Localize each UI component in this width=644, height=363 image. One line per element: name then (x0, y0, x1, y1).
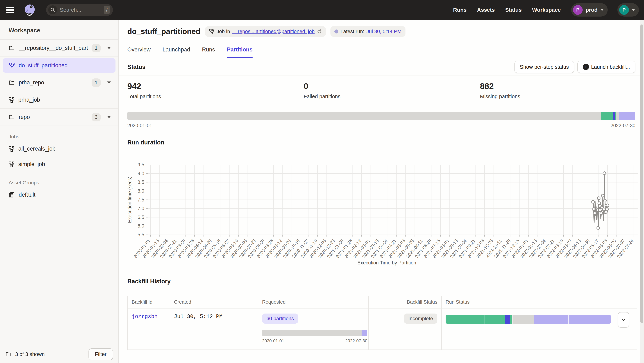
job-tag-prefix: Job in (216, 28, 230, 34)
chevron-down-icon[interactable] (107, 82, 111, 84)
svg-text:8.0: 8.0 (138, 188, 144, 194)
top-nav-assets[interactable]: Assets (477, 7, 495, 13)
chevron-down-icon[interactable] (107, 116, 111, 118)
table-header-row: Backfill IdCreatedRequestedBackfill Stat… (128, 296, 637, 308)
job-icon (9, 161, 14, 167)
page-scrollbar[interactable] (640, 20, 644, 363)
chevron-down-icon (621, 318, 626, 322)
column-header-run-status: Run Status (442, 296, 615, 308)
stat-label: Total partitions (127, 94, 286, 100)
backfill-history-table-wrap: Backfill IdCreatedRequestedBackfill Stat… (119, 289, 644, 350)
stat-value: 0 (304, 81, 462, 91)
sidebar-jobs-label: Jobs (0, 126, 118, 141)
folder-icon (9, 45, 15, 51)
sidebar-item-prha-job[interactable]: prha_job (0, 92, 118, 109)
sidebar-item-label: all_cereals_job (18, 146, 56, 152)
top-nav-runs[interactable]: Runs (453, 7, 467, 13)
bar-segment (616, 112, 619, 120)
latest-run-label: Latest run: (340, 28, 364, 34)
sidebar-item-repo[interactable]: repo3 (0, 109, 118, 126)
user-menu[interactable]: P (618, 3, 639, 16)
job-icon (9, 97, 14, 103)
tab-bar: OverviewLaunchpadRunsPartitions (127, 46, 635, 58)
sidebar-title: Workspace (0, 20, 118, 39)
sidebar-item--repository-do-stuff-partitio-[interactable]: __repository__do_stuff_partitio...1 (0, 40, 118, 57)
search-icon (48, 6, 57, 14)
partition-status-bar[interactable] (127, 112, 635, 120)
table-row: jozrgsbh Jul 30, 5:12 PM 60 partitions 2… (128, 308, 637, 350)
top-nav-workspace[interactable]: Workspace (532, 7, 561, 13)
sidebar-asset-group-default[interactable]: default (0, 187, 118, 202)
sidebar-item-do-stuff-partitioned[interactable]: do_stuff_partitioned (0, 57, 118, 74)
show-per-step-status-button[interactable]: Show per-step status (514, 61, 574, 73)
expand-row-button[interactable] (618, 312, 629, 328)
partition-range-end: 2022-07-30 (610, 123, 635, 128)
tab-partitions[interactable]: Partitions (227, 46, 252, 58)
svg-text:7.5: 7.5 (138, 197, 144, 202)
tab-overview[interactable]: Overview (127, 46, 150, 58)
bar-segment (505, 315, 510, 324)
search-input[interactable]: Search... / (46, 4, 113, 16)
repo-count-text: 3 of 3 shown (15, 351, 85, 357)
requested-range-bar (262, 330, 367, 336)
column-header-requested: Requested (258, 296, 368, 308)
dagster-logo-icon[interactable] (24, 4, 36, 16)
status-heading: Status (127, 64, 146, 70)
svg-text:6.5: 6.5 (138, 214, 144, 220)
top-nav-links: RunsAssetsStatusWorkspace (453, 7, 561, 13)
svg-text:8.5: 8.5 (138, 180, 144, 185)
requested-range-start: 2020-01-01 (262, 338, 284, 344)
top-navigation-bar: Search... / RunsAssetsStatusWorkspace P … (0, 0, 644, 20)
scrollbar-thumb[interactable] (640, 24, 643, 323)
top-nav-status[interactable]: Status (505, 7, 522, 13)
deployment-name: prod (586, 7, 598, 13)
sidebar-item-prha-repo[interactable]: prha_repo1 (0, 74, 118, 92)
sidebar-jobs-list: all_cereals_jobsimple_job (0, 141, 118, 172)
tab-runs[interactable]: Runs (202, 46, 215, 58)
requested-partitions-pill[interactable]: 60 partitions (262, 314, 298, 324)
folder-icon (9, 80, 15, 86)
partition-status-bar-block: 2020-01-01 2022-07-30 (119, 106, 644, 130)
run-status-bar[interactable] (446, 315, 611, 324)
execution-time-chart[interactable]: 5.56.06.57.07.58.08.59.09.52020-01-01202… (126, 154, 640, 269)
stat-label: Missing partitions (480, 94, 635, 100)
run-duration-chart: 5.56.06.57.07.58.08.59.09.52020-01-01202… (119, 150, 644, 269)
filter-button[interactable]: Filter (88, 348, 113, 360)
svg-text:Execution time (secs): Execution time (secs) (127, 176, 132, 223)
search-placeholder: Search... (60, 7, 101, 13)
latest-run-time-link[interactable]: Jul 30, 5:14 PM (366, 28, 402, 34)
folder-icon (6, 351, 12, 357)
repo-count-badge: 1 (92, 44, 101, 52)
run-duration-heading: Run duration (127, 139, 164, 146)
sidebar-job-simple_job[interactable]: simple_job (0, 156, 118, 172)
column-header-created: Created (170, 296, 258, 308)
partition-stats: 942Total partitions0Failed partitions882… (119, 76, 644, 106)
launch-backfill-button[interactable]: + Launch backfill... (578, 61, 635, 73)
bar-segment (534, 315, 569, 324)
sidebar-item-label: __repository__do_stuff_partitio... (19, 45, 88, 51)
sidebar-item-label: simple_job (18, 161, 45, 168)
refresh-icon[interactable] (317, 29, 322, 34)
plus-circle-icon: + (583, 64, 589, 70)
column-header-backfill-id: Backfill Id (128, 296, 170, 308)
menu-icon[interactable] (5, 6, 15, 14)
sidebar-asset-groups-list: default (0, 187, 118, 202)
asset-group-icon (9, 192, 15, 198)
sidebar-job-all_cereals_job[interactable]: all_cereals_job (0, 141, 118, 156)
status-section-header: Status Show per-step status + Launch bac… (119, 58, 644, 76)
bar-segment (510, 315, 512, 324)
backfill-id-link[interactable]: jozrgsbh (132, 314, 158, 320)
chevron-down-icon[interactable] (107, 47, 111, 49)
backfill-created: Jul 30, 5:12 PM (174, 314, 222, 320)
chevron-down-icon (632, 9, 635, 11)
page-title: do_stuff_partitioned (127, 27, 200, 36)
chevron-down-icon (600, 9, 604, 11)
job-tag-link[interactable]: __reposi...artitioned@partitioned_job (232, 28, 314, 34)
deployment-switcher[interactable]: P prod (571, 3, 608, 16)
sidebar-asset-groups-label: Asset Groups (0, 172, 118, 187)
bar-segment (613, 112, 615, 120)
stat-value: 882 (480, 81, 635, 91)
bar-segment (446, 315, 484, 324)
tab-launchpad[interactable]: Launchpad (162, 46, 190, 58)
job-icon (209, 29, 214, 34)
